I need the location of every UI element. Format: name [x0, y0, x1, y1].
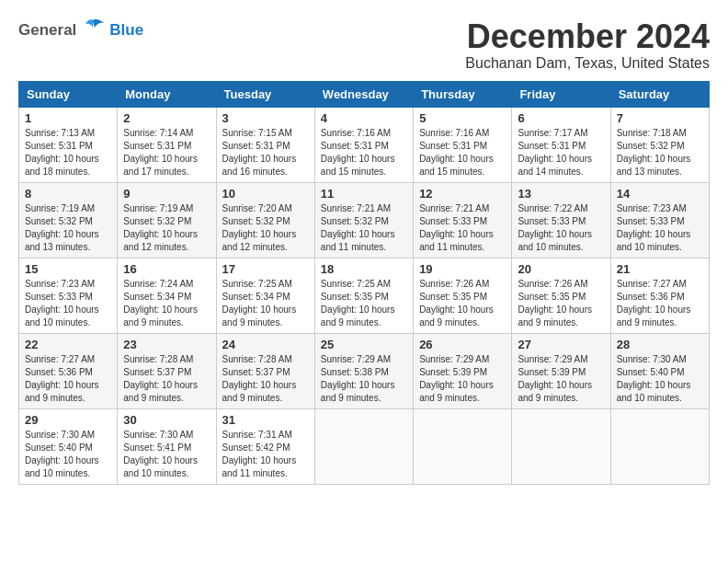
day-number: 30	[123, 413, 210, 427]
calendar-cell: 29 Sunrise: 7:30 AMSunset: 5:40 PMDaylig…	[19, 408, 118, 484]
day-info: Sunrise: 7:17 AMSunset: 5:31 PMDaylight:…	[518, 128, 592, 177]
day-info: Sunrise: 7:26 AMSunset: 5:35 PMDaylight:…	[419, 279, 494, 327]
calendar-cell: 11 Sunrise: 7:21 AMSunset: 5:32 PMDaylig…	[314, 182, 413, 258]
day-number: 4	[321, 111, 407, 125]
day-number: 27	[518, 338, 604, 351]
day-number: 11	[321, 187, 407, 201]
day-number: 31	[222, 413, 309, 427]
day-info: Sunrise: 7:28 AMSunset: 5:37 PMDaylight:…	[222, 354, 297, 403]
day-info: Sunrise: 7:21 AMSunset: 5:32 PMDaylight:…	[321, 203, 395, 252]
calendar-cell: 15 Sunrise: 7:23 AMSunset: 5:33 PMDaylig…	[19, 258, 118, 333]
calendar-cell: 31 Sunrise: 7:31 AMSunset: 5:42 PMDaylig…	[216, 408, 314, 484]
calendar-cell: 1 Sunrise: 7:13 AMSunset: 5:31 PMDayligh…	[19, 107, 118, 182]
logo: General Blue	[18, 18, 143, 42]
day-number: 9	[123, 187, 210, 201]
calendar-cell: 20 Sunrise: 7:26 AMSunset: 5:35 PMDaylig…	[512, 258, 610, 333]
weekday-header-tuesday: Tuesday	[216, 81, 314, 107]
week-row-1: 1 Sunrise: 7:13 AMSunset: 5:31 PMDayligh…	[19, 107, 710, 182]
day-number: 22	[25, 338, 111, 351]
calendar-cell: 25 Sunrise: 7:29 AMSunset: 5:38 PMDaylig…	[314, 333, 413, 408]
calendar-cell: 4 Sunrise: 7:16 AMSunset: 5:31 PMDayligh…	[314, 107, 413, 182]
day-info: Sunrise: 7:20 AMSunset: 5:32 PMDaylight:…	[222, 203, 297, 252]
day-number: 10	[222, 187, 309, 201]
calendar-cell: 7 Sunrise: 7:18 AMSunset: 5:32 PMDayligh…	[610, 107, 709, 182]
calendar-cell: 16 Sunrise: 7:24 AMSunset: 5:34 PMDaylig…	[118, 258, 216, 333]
day-info: Sunrise: 7:27 AMSunset: 5:36 PMDaylight:…	[25, 354, 99, 403]
day-info: Sunrise: 7:23 AMSunset: 5:33 PMDaylight:…	[617, 203, 691, 252]
day-number: 25	[321, 338, 407, 351]
weekday-header-row: SundayMondayTuesdayWednesdayThursdayFrid…	[19, 81, 710, 107]
day-info: Sunrise: 7:30 AMSunset: 5:40 PMDaylight:…	[617, 354, 691, 403]
location-title: Buchanan Dam, Texas, United States	[465, 55, 710, 72]
day-number: 3	[222, 111, 309, 125]
day-number: 5	[419, 111, 506, 125]
day-info: Sunrise: 7:19 AMSunset: 5:32 PMDaylight:…	[25, 203, 99, 252]
day-number: 18	[321, 262, 407, 276]
title-area: December 2024 Buchanan Dam, Texas, Unite…	[465, 18, 710, 72]
day-number: 1	[25, 111, 111, 125]
day-number: 14	[617, 187, 703, 201]
logo-bird-icon	[80, 18, 106, 42]
day-info: Sunrise: 7:26 AMSunset: 5:35 PMDaylight:…	[518, 279, 592, 327]
month-title: December 2024	[465, 18, 710, 55]
day-info: Sunrise: 7:21 AMSunset: 5:33 PMDaylight:…	[419, 203, 494, 252]
calendar-cell: 2 Sunrise: 7:14 AMSunset: 5:31 PMDayligh…	[118, 107, 216, 182]
calendar-cell: 10 Sunrise: 7:20 AMSunset: 5:32 PMDaylig…	[216, 182, 314, 258]
calendar-cell	[414, 408, 512, 484]
weekday-header-monday: Monday	[118, 81, 216, 107]
weekday-header-friday: Friday	[512, 81, 610, 107]
day-info: Sunrise: 7:16 AMSunset: 5:31 PMDaylight:…	[321, 128, 395, 177]
calendar-cell	[512, 408, 610, 484]
day-number: 15	[25, 262, 111, 276]
weekday-header-saturday: Saturday	[610, 81, 709, 107]
day-info: Sunrise: 7:22 AMSunset: 5:33 PMDaylight:…	[518, 203, 592, 252]
week-row-5: 29 Sunrise: 7:30 AMSunset: 5:40 PMDaylig…	[19, 408, 710, 484]
day-info: Sunrise: 7:28 AMSunset: 5:37 PMDaylight:…	[123, 354, 198, 403]
calendar-cell: 6 Sunrise: 7:17 AMSunset: 5:31 PMDayligh…	[512, 107, 610, 182]
calendar-cell: 14 Sunrise: 7:23 AMSunset: 5:33 PMDaylig…	[610, 182, 709, 258]
day-info: Sunrise: 7:29 AMSunset: 5:38 PMDaylight:…	[321, 354, 395, 403]
calendar-cell: 28 Sunrise: 7:30 AMSunset: 5:40 PMDaylig…	[610, 333, 709, 408]
calendar-cell	[314, 408, 413, 484]
calendar-cell: 22 Sunrise: 7:27 AMSunset: 5:36 PMDaylig…	[19, 333, 118, 408]
calendar-cell: 5 Sunrise: 7:16 AMSunset: 5:31 PMDayligh…	[414, 107, 512, 182]
calendar-table: SundayMondayTuesdayWednesdayThursdayFrid…	[18, 81, 710, 485]
calendar-cell: 27 Sunrise: 7:29 AMSunset: 5:39 PMDaylig…	[512, 333, 610, 408]
day-info: Sunrise: 7:29 AMSunset: 5:39 PMDaylight:…	[518, 354, 592, 403]
day-info: Sunrise: 7:24 AMSunset: 5:34 PMDaylight:…	[123, 279, 198, 327]
day-number: 20	[518, 262, 604, 276]
day-info: Sunrise: 7:23 AMSunset: 5:33 PMDaylight:…	[25, 279, 99, 327]
calendar-cell: 9 Sunrise: 7:19 AMSunset: 5:32 PMDayligh…	[118, 182, 216, 258]
day-number: 2	[123, 111, 210, 125]
calendar-cell	[610, 408, 709, 484]
week-row-4: 22 Sunrise: 7:27 AMSunset: 5:36 PMDaylig…	[19, 333, 710, 408]
day-info: Sunrise: 7:18 AMSunset: 5:32 PMDaylight:…	[617, 128, 691, 177]
day-number: 19	[419, 262, 506, 276]
day-number: 29	[25, 413, 111, 427]
day-number: 16	[123, 262, 210, 276]
calendar-cell: 23 Sunrise: 7:28 AMSunset: 5:37 PMDaylig…	[118, 333, 216, 408]
day-info: Sunrise: 7:15 AMSunset: 5:31 PMDaylight:…	[222, 128, 297, 177]
logo-blue-text: Blue	[109, 21, 143, 40]
calendar-cell: 21 Sunrise: 7:27 AMSunset: 5:36 PMDaylig…	[610, 258, 709, 333]
calendar-cell: 30 Sunrise: 7:30 AMSunset: 5:41 PMDaylig…	[118, 408, 216, 484]
calendar-cell: 3 Sunrise: 7:15 AMSunset: 5:31 PMDayligh…	[216, 107, 314, 182]
day-info: Sunrise: 7:14 AMSunset: 5:31 PMDaylight:…	[123, 128, 198, 177]
calendar-cell: 12 Sunrise: 7:21 AMSunset: 5:33 PMDaylig…	[414, 182, 512, 258]
calendar-cell: 18 Sunrise: 7:25 AMSunset: 5:35 PMDaylig…	[314, 258, 413, 333]
day-number: 6	[518, 111, 604, 125]
day-number: 7	[617, 111, 703, 125]
week-row-2: 8 Sunrise: 7:19 AMSunset: 5:32 PMDayligh…	[19, 182, 710, 258]
page-header: General Blue December 2024 Buchanan Dam,…	[18, 18, 710, 72]
day-info: Sunrise: 7:29 AMSunset: 5:39 PMDaylight:…	[419, 354, 494, 403]
weekday-header-thursday: Thursday	[414, 81, 512, 107]
day-info: Sunrise: 7:30 AMSunset: 5:40 PMDaylight:…	[25, 430, 99, 478]
day-number: 21	[617, 262, 703, 276]
day-number: 23	[123, 338, 210, 351]
logo-general-text: General	[18, 21, 76, 40]
calendar-cell: 8 Sunrise: 7:19 AMSunset: 5:32 PMDayligh…	[19, 182, 118, 258]
day-info: Sunrise: 7:13 AMSunset: 5:31 PMDaylight:…	[25, 128, 99, 177]
calendar-cell: 24 Sunrise: 7:28 AMSunset: 5:37 PMDaylig…	[216, 333, 314, 408]
calendar-cell: 19 Sunrise: 7:26 AMSunset: 5:35 PMDaylig…	[414, 258, 512, 333]
calendar-cell: 26 Sunrise: 7:29 AMSunset: 5:39 PMDaylig…	[414, 333, 512, 408]
